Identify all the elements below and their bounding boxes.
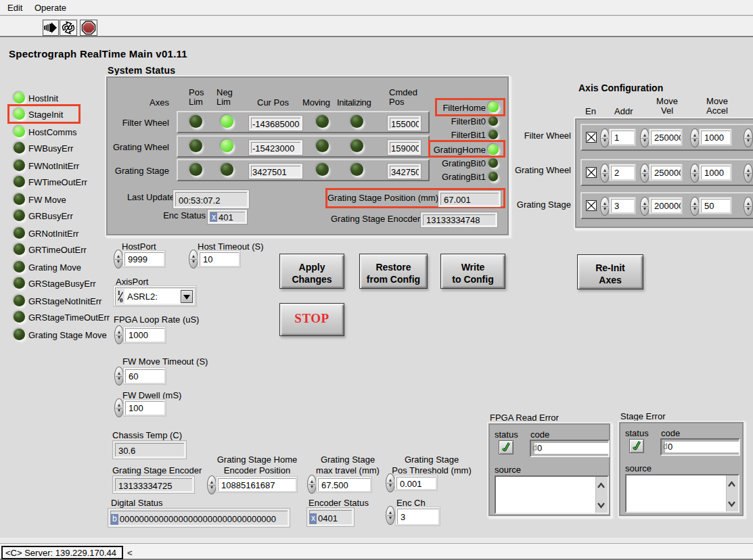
svg-text:0: 0	[120, 297, 123, 304]
svg-text:I: I	[118, 289, 120, 296]
